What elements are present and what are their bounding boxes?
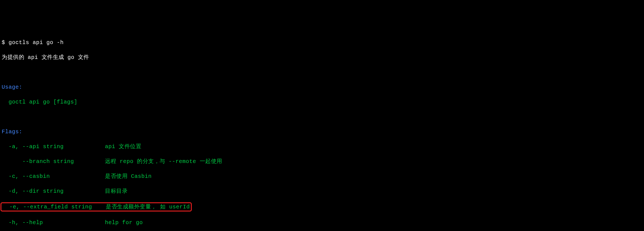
terminal-output: $ goctls api go -h 为提供的 api 文件生成 go 文件 U… [2,31,642,231]
usage-line: goctl api go [flags] [2,98,642,106]
command: goctls api go -h [9,39,64,46]
flag-branch-desc: 远程 repo 的分支，与 --remote 一起使用 [105,158,222,165]
flag-branch: --branch string [2,158,105,165]
flag-extra-field: -e, --extra_field string [2,204,106,210]
flag-api-desc: api 文件位置 [105,143,141,150]
flag-dir-desc: 目标目录 [105,188,128,194]
flags-header: Flags: [2,128,642,135]
flag-casbin-desc: 是否使用 Casbin [105,173,152,180]
flag-casbin: -c, --casbin [2,173,105,180]
flag-extra-field-desc: 是否生成额外变量， 如 userId [106,204,190,210]
flag-help-desc: help for go [105,219,143,226]
usage-header: Usage: [2,83,642,91]
flag-api: -a, --api string [2,143,105,150]
highlighted-flag-box: -e, --extra_field string 是否生成额外变量， 如 use… [1,202,192,211]
prompt: $ [2,39,9,46]
description: 为提供的 api 文件生成 go 文件 [2,54,642,61]
flag-help: -h, --help [2,219,105,226]
flag-dir: -d, --dir string [2,188,105,194]
